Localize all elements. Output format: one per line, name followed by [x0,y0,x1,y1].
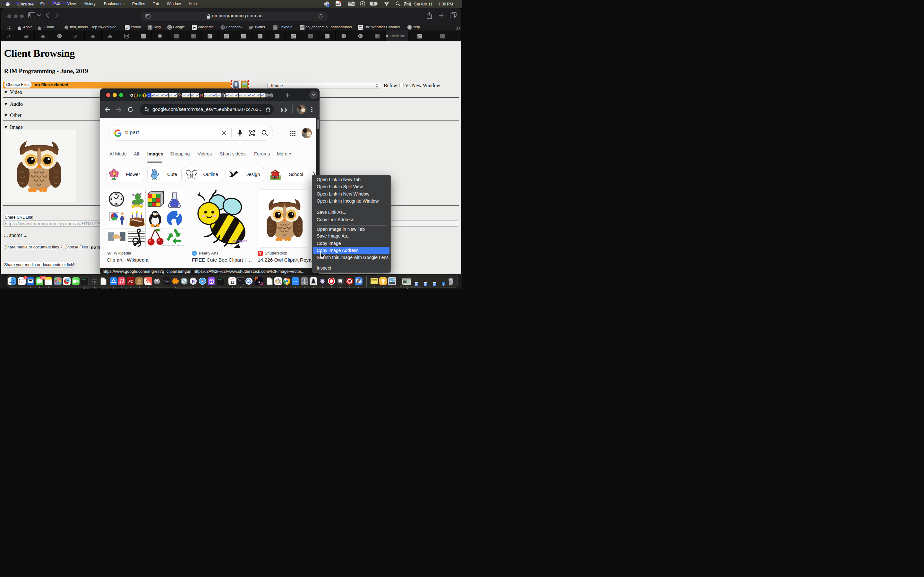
svg-text:G: G [342,34,345,38]
svg-text:N: N [145,279,148,284]
svg-text:S: S [259,251,262,255]
svg-text:box: box [148,95,150,97]
svg-text:z: z [443,284,444,286]
svg-text:6: 6 [192,34,194,38]
svg-text:Pa: Pa [193,252,196,255]
svg-text:⌘: ⌘ [352,3,355,6]
svg-text:xexec: xexec [218,279,222,280]
svg-text:L: L [442,34,443,38]
svg-text:zoom: zoom [293,280,298,282]
svg-text:W: W [107,251,111,256]
svg-text:G: G [359,34,362,38]
svg-text:The Weather: The Weather [358,27,363,29]
svg-text:Stock It Now Clip Art Library: Stock It Now Clip Art Library - openclip… [160,245,184,247]
svg-text:IJ: IJ [258,280,260,283]
svg-text:>_: >_ [238,278,241,281]
svg-text:y!: y! [126,26,129,29]
svg-text:L: L [310,34,311,38]
svg-text:●Pearlyarts: ●Pearlyarts [232,239,247,243]
svg-text:G: G [58,34,61,38]
svg-text:mk: mk [336,3,341,6]
svg-text:K: K [139,94,142,97]
svg-text:Fz: Fz [128,279,132,284]
svg-text:W: W [192,26,196,29]
svg-text:11: 11 [230,280,234,285]
svg-text:L: L [176,34,178,38]
svg-text:cP: cP [7,34,11,38]
svg-text:SCHOOL: SCHOOL [273,171,278,172]
svg-text:cP: cP [73,34,78,38]
svg-text:xexec: xexec [82,279,87,280]
svg-text:in: in [274,26,276,29]
svg-text:APR: APR [230,278,234,280]
svg-text:tv: tv [164,280,169,283]
svg-text:L: L [376,34,378,38]
svg-text:B: B [192,279,195,284]
svg-text:G: G [168,26,171,29]
